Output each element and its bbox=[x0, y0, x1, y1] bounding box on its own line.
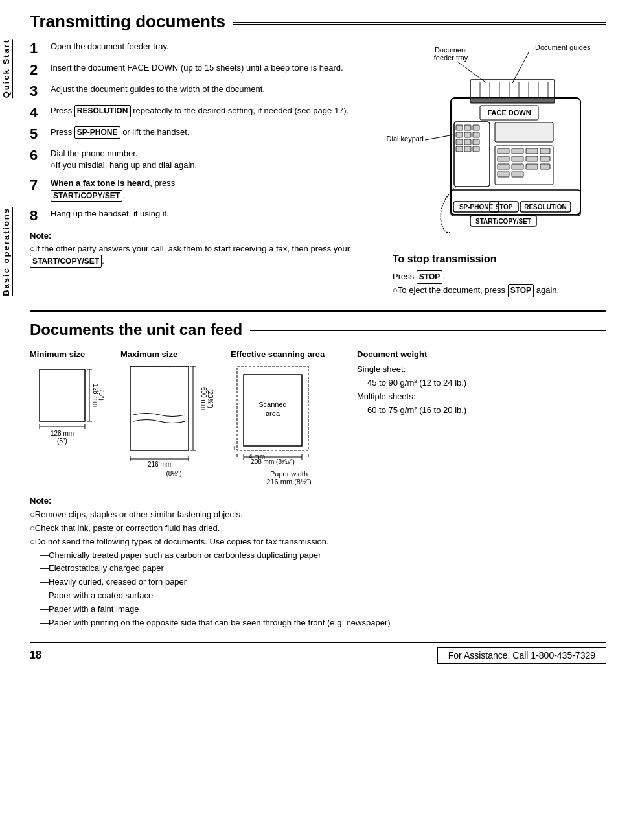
transmit-section-header: Transmitting documents bbox=[30, 12, 606, 32]
svg-text:(5″): (5″) bbox=[98, 390, 105, 401]
bottom-note-item-6: —Heavily curled, creased or torn paper bbox=[30, 576, 606, 589]
stop-transmission-section: To stop transmission Press STOP. ○To eje… bbox=[386, 253, 606, 298]
scan-area-label: Effective scanning area bbox=[231, 349, 344, 359]
step-8: 8 Hang up the handset, if using it. bbox=[30, 208, 380, 223]
transmit-title: Transmitting documents bbox=[30, 12, 225, 32]
svg-rect-40 bbox=[512, 156, 523, 161]
step-2: 2 Insert the document FACE DOWN (up to 1… bbox=[30, 62, 380, 77]
steps-section: 1 Open the document feeder tray. 2 Inser… bbox=[30, 41, 606, 298]
step-6-num: 6 bbox=[30, 148, 45, 163]
step-7-num: 7 bbox=[30, 178, 45, 192]
svg-rect-44 bbox=[512, 164, 523, 169]
svg-text:Document guides: Document guides bbox=[535, 43, 591, 51]
bottom-note-item-2: ○Check that ink, paste or correction flu… bbox=[30, 522, 606, 535]
page-footer: 18 For Assistance, Call 1-800-435-7329 bbox=[30, 642, 606, 668]
svg-text:Dial keypad: Dial keypad bbox=[387, 135, 424, 143]
min-size-block: Minimum size 128 mm (5″) 128 mm (5″) bbox=[30, 349, 108, 447]
assistance-text: For Assistance, Call 1-800-435-7329 bbox=[437, 647, 606, 664]
step-2-num: 2 bbox=[30, 63, 45, 77]
title-divider bbox=[233, 22, 606, 25]
svg-rect-24 bbox=[456, 132, 463, 137]
scan-area-svg: Scanned area 4 mm 208 mm (8³⁄₁₆″) bbox=[231, 363, 344, 470]
quick-start-label: Quick Start bbox=[1, 39, 13, 98]
svg-rect-43 bbox=[498, 164, 509, 169]
resolution-key: RESOLUTION bbox=[74, 105, 131, 117]
step-6: 6 Dial the phone number. ○If you misdial… bbox=[30, 148, 380, 171]
svg-rect-36 bbox=[512, 148, 523, 154]
step-8-num: 8 bbox=[30, 209, 45, 223]
svg-text:STOP: STOP bbox=[495, 204, 512, 211]
doc-title-divider bbox=[250, 330, 606, 332]
step-1: 1 Open the document feeder tray. bbox=[30, 41, 380, 56]
svg-rect-23 bbox=[473, 125, 479, 130]
doc-section-header: Documents the unit can feed bbox=[30, 321, 606, 339]
doc-section-title: Documents the unit can feed bbox=[30, 321, 242, 339]
step-3-text: Adjust the document guides to the width … bbox=[51, 84, 265, 95]
svg-text:Document: Document bbox=[435, 46, 467, 54]
bottom-note-item-9: —Paper with printing on the opposite sid… bbox=[30, 616, 606, 630]
svg-rect-29 bbox=[473, 139, 479, 145]
svg-text:Scanned: Scanned bbox=[258, 401, 286, 408]
svg-rect-27 bbox=[456, 139, 463, 145]
section-divider bbox=[30, 310, 606, 312]
svg-text:RESOLUTION: RESOLUTION bbox=[524, 204, 567, 211]
min-size-label: Minimum size bbox=[30, 349, 108, 359]
stop-key-2: STOP bbox=[508, 284, 534, 298]
steps-list: 1 Open the document feeder tray. 2 Inser… bbox=[30, 41, 380, 298]
doc-weight-label: Document weight bbox=[357, 349, 466, 359]
svg-rect-35 bbox=[498, 148, 509, 154]
svg-rect-31 bbox=[464, 146, 471, 152]
step-6-text: Dial the phone number. ○If you misdial, … bbox=[51, 148, 197, 171]
svg-line-4 bbox=[512, 52, 529, 83]
step-4-num: 4 bbox=[30, 106, 45, 120]
stop-transmission-text: Press STOP. ○To eject the document, pres… bbox=[393, 270, 606, 298]
svg-text:area: area bbox=[266, 410, 280, 417]
max-size-svg: 600 mm (23⅝″) 216 mm bbox=[120, 363, 218, 470]
svg-rect-30 bbox=[456, 146, 463, 152]
svg-rect-33 bbox=[495, 122, 553, 142]
step-5: 5 Press SP-PHONE or lift the handset. bbox=[30, 126, 380, 141]
svg-rect-32 bbox=[473, 146, 479, 152]
step-1-text: Open the document feeder tray. bbox=[51, 41, 169, 52]
step-3: 3 Adjust the document guides to the widt… bbox=[30, 84, 380, 99]
max-size-label: Maximum size bbox=[120, 349, 218, 359]
svg-line-20 bbox=[425, 135, 453, 140]
steps-right-panel: Document feeder tray Document guides bbox=[386, 41, 606, 298]
svg-rect-45 bbox=[526, 164, 538, 169]
svg-rect-42 bbox=[540, 156, 550, 161]
step-4-text: Press RESOLUTION repeatedly to the desir… bbox=[51, 105, 349, 117]
multiple-sheets-label: Multiple sheets: bbox=[357, 391, 415, 401]
svg-rect-41 bbox=[526, 156, 538, 161]
svg-rect-22 bbox=[464, 125, 471, 130]
max-width-label: (8½″) bbox=[130, 470, 218, 477]
multiple-sheets-range: 60 to 75 g/m² (16 to 20 lb.) bbox=[357, 405, 466, 415]
sp-phone-key-step5: SP-PHONE bbox=[74, 126, 120, 139]
step-1-num: 1 bbox=[30, 41, 45, 56]
fax-machine-diagram: Document feeder tray Document guides bbox=[386, 41, 600, 242]
step-4: 4 Press RESOLUTION repeatedly to the des… bbox=[30, 105, 380, 120]
svg-rect-39 bbox=[498, 156, 509, 161]
svg-text:(23⅝″): (23⅝″) bbox=[207, 390, 214, 409]
max-size-block: Maximum size 600 mm (23⅝″) 216 mm bbox=[120, 349, 218, 477]
fax-svg: Document feeder tray Document guides bbox=[386, 41, 600, 242]
svg-rect-58 bbox=[40, 369, 85, 421]
stop-transmission-title: To stop transmission bbox=[393, 253, 606, 265]
svg-rect-47 bbox=[498, 172, 509, 177]
step-5-num: 5 bbox=[30, 127, 45, 141]
svg-rect-80 bbox=[237, 366, 308, 450]
bottom-note-item-1: ○Remove clips, staples or other similar … bbox=[30, 508, 606, 522]
doc-weight-info: Single sheet: 45 to 90 g/m² (12 to 24 lb… bbox=[357, 363, 466, 417]
start-copy-set-note-key: START/COPY/SET bbox=[30, 255, 102, 268]
svg-text:START/COPY/SET: START/COPY/SET bbox=[475, 218, 531, 225]
doc-weight-block: Document weight Single sheet: 45 to 90 g… bbox=[357, 349, 466, 417]
bottom-note-title: Note: bbox=[30, 495, 606, 508]
svg-rect-38 bbox=[540, 148, 550, 154]
bottom-note-item-5: —Electrostatically charged paper bbox=[30, 562, 606, 576]
note-text: ○If the other party answers your call, a… bbox=[30, 244, 350, 266]
svg-text:SP-PHONE: SP-PHONE bbox=[459, 204, 494, 211]
stop-key-1: STOP bbox=[417, 270, 442, 284]
basic-operations-label: Basic operations bbox=[1, 207, 13, 296]
svg-rect-25 bbox=[464, 132, 471, 137]
svg-rect-46 bbox=[540, 164, 550, 169]
scan-area-block: Effective scanning area Scanned area 4 m… bbox=[231, 349, 344, 485]
